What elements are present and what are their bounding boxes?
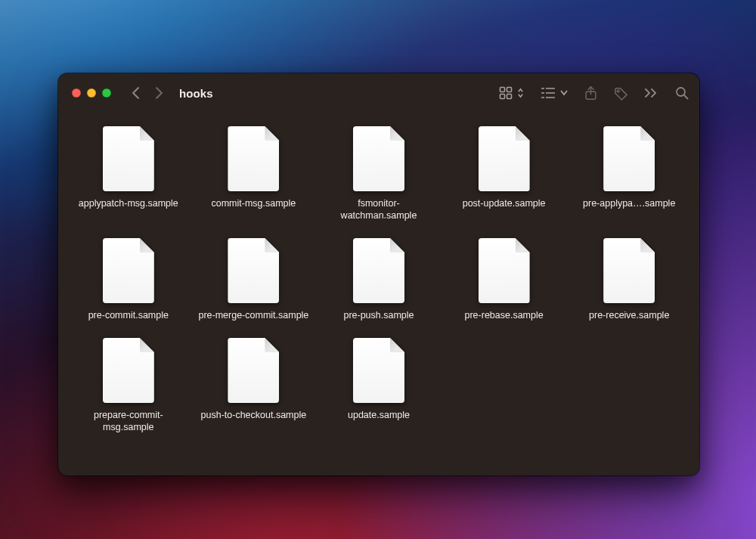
svg-line-14 bbox=[684, 95, 688, 99]
file-icon bbox=[103, 238, 154, 303]
forward-button[interactable] bbox=[154, 86, 164, 100]
file-icon bbox=[353, 238, 404, 303]
file-item[interactable]: push-to-checkout.sample bbox=[194, 338, 314, 433]
file-item[interactable]: pre-receive.sample bbox=[569, 238, 689, 321]
updown-icon bbox=[517, 88, 524, 98]
more-button[interactable] bbox=[645, 88, 658, 98]
file-label: prepare-commit-msg.sample bbox=[73, 409, 184, 433]
file-icon bbox=[479, 126, 530, 191]
file-item[interactable]: pre-applypa….sample bbox=[569, 126, 689, 221]
file-icon bbox=[228, 126, 279, 191]
finder-window: hooks bbox=[58, 73, 699, 475]
nav-buttons bbox=[131, 86, 164, 100]
file-icon bbox=[353, 338, 404, 403]
svg-point-13 bbox=[677, 88, 685, 96]
file-icon bbox=[228, 338, 279, 403]
file-label: update.sample bbox=[348, 409, 410, 421]
toolbar-actions bbox=[499, 85, 689, 101]
file-label: pre-commit.sample bbox=[88, 309, 169, 321]
file-item[interactable]: post-update.sample bbox=[445, 126, 564, 221]
tags-button[interactable] bbox=[614, 86, 628, 101]
window-toolbar: hooks bbox=[58, 73, 699, 113]
back-button[interactable] bbox=[131, 86, 141, 100]
file-label: pre-rebase.sample bbox=[464, 309, 543, 321]
file-label: pre-merge-commit.sample bbox=[198, 309, 308, 321]
file-label: commit-msg.sample bbox=[211, 197, 296, 209]
group-by-button[interactable] bbox=[541, 87, 568, 99]
file-icon bbox=[603, 238, 655, 303]
file-item[interactable]: pre-rebase.sample bbox=[445, 238, 564, 321]
file-icon bbox=[103, 338, 154, 403]
window-controls bbox=[72, 88, 111, 98]
file-item[interactable]: fsmonitor-watchman.sample bbox=[319, 126, 438, 221]
view-mode-button[interactable] bbox=[499, 86, 524, 100]
file-label: fsmonitor-watchman.sample bbox=[323, 197, 435, 221]
minimize-button[interactable] bbox=[87, 88, 96, 98]
file-label: pre-push.sample bbox=[343, 309, 414, 321]
file-item[interactable]: commit-msg.sample bbox=[194, 126, 314, 221]
file-icon bbox=[603, 126, 655, 191]
icon-grid: applypatch-msg.sample commit-msg.sample … bbox=[58, 113, 699, 448]
file-icon bbox=[228, 238, 279, 303]
svg-rect-3 bbox=[507, 94, 512, 99]
window-title: hooks bbox=[179, 87, 213, 100]
svg-point-12 bbox=[617, 90, 619, 92]
file-item[interactable]: prepare-commit-msg.sample bbox=[69, 338, 188, 433]
zoom-button[interactable] bbox=[102, 88, 111, 98]
file-label: pre-receive.sample bbox=[589, 309, 669, 321]
file-label: pre-applypa….sample bbox=[583, 197, 675, 209]
file-item[interactable]: applypatch-msg.sample bbox=[69, 126, 188, 221]
svg-rect-1 bbox=[507, 88, 512, 92]
close-button[interactable] bbox=[72, 88, 81, 98]
share-button[interactable] bbox=[584, 85, 597, 101]
svg-rect-2 bbox=[500, 94, 505, 99]
file-icon bbox=[103, 126, 154, 191]
file-label: push-to-checkout.sample bbox=[201, 409, 307, 421]
svg-rect-0 bbox=[500, 88, 505, 92]
file-item[interactable]: pre-push.sample bbox=[319, 238, 438, 321]
file-icon bbox=[353, 126, 404, 191]
file-item[interactable]: pre-merge-commit.sample bbox=[194, 238, 314, 321]
file-label: applypatch-msg.sample bbox=[79, 197, 178, 209]
chevron-down-icon bbox=[560, 90, 568, 96]
file-item[interactable]: update.sample bbox=[319, 338, 438, 433]
file-label: post-update.sample bbox=[463, 197, 546, 209]
file-icon bbox=[479, 238, 530, 303]
search-button[interactable] bbox=[675, 86, 689, 100]
file-item[interactable]: pre-commit.sample bbox=[69, 238, 188, 321]
